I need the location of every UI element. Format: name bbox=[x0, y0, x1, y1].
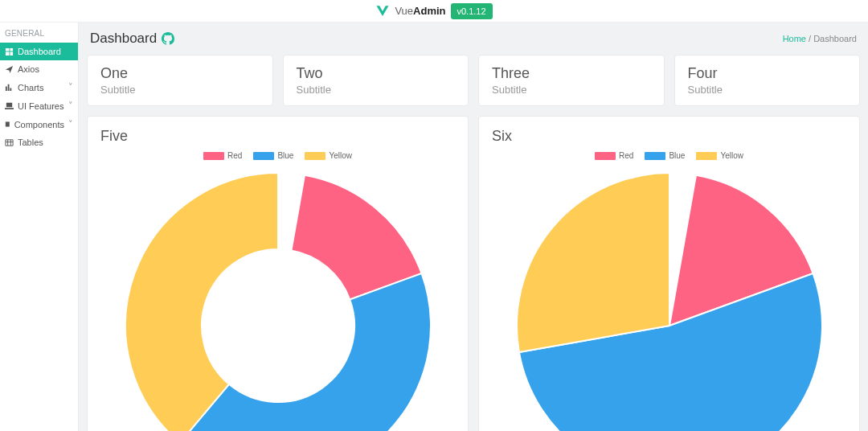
sidebar-item-components[interactable]: Components˅ bbox=[0, 115, 78, 133]
sidebar-item-dashboard[interactable]: Dashboard bbox=[0, 43, 78, 60]
legend-label: Yellow bbox=[720, 151, 743, 160]
chevron-down-icon: ˅ bbox=[68, 82, 73, 92]
chart-legend: RedBlueYellow bbox=[492, 151, 846, 160]
plane-icon bbox=[5, 65, 14, 74]
pie-slice[interactable] bbox=[517, 173, 669, 352]
legend-label: Red bbox=[227, 151, 242, 160]
legend-item[interactable]: Blue bbox=[253, 151, 293, 160]
card-title: Three bbox=[492, 65, 651, 82]
info-card: OneSubtitle bbox=[87, 55, 273, 106]
pie-slice[interactable] bbox=[179, 273, 430, 431]
card-title: Two bbox=[297, 65, 456, 82]
legend-item[interactable]: Yellow bbox=[305, 151, 352, 160]
card-subtitle: Subtitle bbox=[688, 84, 847, 96]
info-cards-row: OneSubtitleTwoSubtitleThreeSubtitleFourS… bbox=[87, 55, 860, 106]
sidebar-item-tables[interactable]: Tables bbox=[0, 133, 78, 151]
chart-row: FiveRedBlueYellowSixRedBlueYellow bbox=[87, 116, 860, 431]
github-icon[interactable] bbox=[162, 32, 174, 45]
sidebar-item-label: Dashboard bbox=[18, 47, 61, 56]
breadcrumb: Home / Dashboard bbox=[783, 34, 857, 43]
main-content: Dashboard Home / Dashboard OneSubtitleTw… bbox=[79, 23, 868, 431]
sidebar-item-label: Axios bbox=[18, 64, 39, 74]
legend-swatch bbox=[595, 152, 616, 160]
info-card: ThreeSubtitle bbox=[478, 55, 665, 106]
card-subtitle: Subtitle bbox=[492, 84, 651, 96]
legend-swatch bbox=[305, 152, 326, 160]
info-card: TwoSubtitle bbox=[283, 55, 469, 106]
chart-title: Six bbox=[492, 128, 846, 145]
bar-icon bbox=[5, 83, 14, 92]
legend-label: Red bbox=[619, 151, 633, 160]
sidebar: GENERAL DashboardAxiosCharts˅UI Features… bbox=[0, 23, 79, 431]
legend-item[interactable]: Red bbox=[203, 151, 242, 160]
chart-canvas bbox=[100, 165, 455, 431]
sidebar-item-label: Tables bbox=[18, 138, 43, 147]
sidebar-item-charts[interactable]: Charts˅ bbox=[0, 78, 78, 96]
breadcrumb-home[interactable]: Home bbox=[783, 34, 806, 43]
chart-card: SixRedBlueYellow bbox=[478, 116, 860, 431]
card-subtitle: Subtitle bbox=[297, 84, 456, 96]
legend-label: Blue bbox=[669, 151, 685, 160]
breadcrumb-current: Dashboard bbox=[813, 34, 857, 43]
version-badge[interactable]: v0.1.12 bbox=[451, 3, 493, 19]
legend-swatch bbox=[253, 152, 274, 160]
sidebar-item-ui-features[interactable]: UI Features˅ bbox=[0, 96, 78, 115]
brand-pre: Vue bbox=[395, 5, 413, 17]
legend-swatch bbox=[645, 152, 665, 160]
brand-post: Admin bbox=[413, 5, 445, 17]
legend-swatch bbox=[696, 152, 717, 160]
brand-text: VueAdmin bbox=[395, 5, 445, 17]
chart-title: Five bbox=[100, 128, 455, 145]
chart-canvas bbox=[492, 165, 846, 431]
sidebar-item-axios[interactable]: Axios bbox=[0, 60, 78, 78]
legend-label: Yellow bbox=[329, 151, 352, 160]
vue-logo-icon bbox=[375, 4, 390, 18]
sidebar-item-label: Charts bbox=[18, 83, 43, 92]
card-title: One bbox=[100, 65, 260, 82]
legend-label: Blue bbox=[277, 151, 293, 160]
card-title: Four bbox=[688, 65, 847, 82]
page-title: Dashboard bbox=[90, 31, 157, 47]
dashboard-icon bbox=[5, 47, 14, 56]
pie-slice[interactable] bbox=[125, 173, 278, 431]
card-subtitle: Subtitle bbox=[100, 84, 260, 96]
legend-item[interactable]: Blue bbox=[645, 151, 685, 160]
sidebar-item-label: UI Features bbox=[18, 101, 63, 111]
legend-item[interactable]: Red bbox=[595, 151, 633, 160]
chevron-down-icon: ˅ bbox=[68, 119, 73, 129]
topbar: VueAdmin v0.1.12 bbox=[0, 0, 868, 23]
info-card: FourSubtitle bbox=[674, 55, 861, 106]
book-icon bbox=[5, 120, 10, 129]
chevron-down-icon: ˅ bbox=[68, 101, 73, 111]
legend-swatch bbox=[203, 152, 224, 160]
laptop-icon bbox=[5, 101, 14, 110]
chart-card: FiveRedBlueYellow bbox=[87, 116, 469, 431]
table-icon bbox=[5, 138, 14, 147]
page-header: Dashboard Home / Dashboard bbox=[87, 23, 860, 55]
sidebar-item-label: Components bbox=[14, 120, 64, 129]
chart-legend: RedBlueYellow bbox=[100, 151, 455, 160]
sidebar-group-label: GENERAL bbox=[0, 23, 78, 43]
legend-item[interactable]: Yellow bbox=[696, 151, 743, 160]
